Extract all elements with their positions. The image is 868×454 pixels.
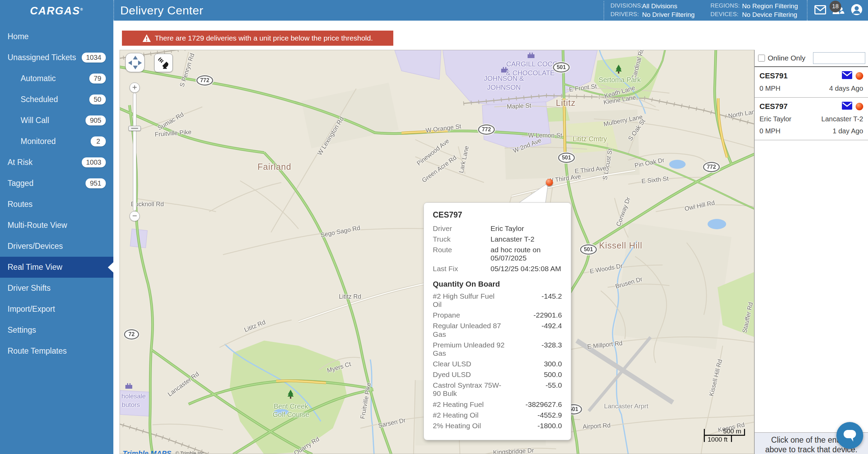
scale-imperial: 1000 ft [708, 436, 728, 443]
map-pan-control[interactable] [125, 53, 145, 72]
sidebar-item-at-risk[interactable]: At Risk1003 [0, 152, 113, 173]
sidebar-item-route-templates[interactable]: Route Templates [0, 341, 113, 362]
popup-qob-row: Clear ULSD300.0 [433, 360, 562, 368]
pan-right-arrow-icon[interactable] [138, 60, 142, 65]
popup-qob-row: #2 Heating Fuel-3829627.6 [433, 400, 562, 409]
sidebar-item-label: Home [8, 32, 29, 41]
online-only-label[interactable]: Online Only [768, 54, 805, 62]
map-label: Lancaster Arprt [604, 402, 649, 410]
sidebar-item-will-call[interactable]: Will Call905 [0, 110, 113, 131]
sidebar-item-label: Unassigned Tickets [8, 53, 76, 62]
online-only-checkbox[interactable] [758, 55, 765, 62]
map-label: JOHNSON [487, 84, 521, 91]
map-label: holesale [122, 392, 146, 400]
route-shield-501: 501 [580, 244, 597, 255]
vehicle-marker-ces797[interactable] [546, 179, 553, 186]
popup-info: DriverEric TaylorTruckLancaster T-2Route… [433, 224, 562, 273]
route-shield-501: 501 [558, 153, 575, 163]
map-label: CARGILL COCO [506, 60, 558, 68]
device-last-fix: 1 day Ago [833, 127, 863, 135]
sidebar-item-label: Settings [8, 325, 36, 335]
filter-value[interactable]: No Driver Filtering [642, 11, 695, 19]
map-label: Lititz [556, 98, 575, 108]
sidebar-item-scheduled[interactable]: Scheduled50 [0, 89, 113, 110]
sidebar-item-monitored[interactable]: Monitored2 [0, 131, 113, 152]
pan-down-arrow-icon[interactable] [133, 66, 138, 69]
filter-column: DIVISIONS:All DivisionsDRIVERS:No Driver… [610, 2, 695, 19]
sidebar-item-multi-route-view[interactable]: Multi-Route View [0, 215, 113, 236]
radar-dish-icon [157, 56, 170, 69]
device-search-input[interactable] [813, 52, 865, 64]
popup-qob-row: 2% Heating Oil-1800.0 [433, 422, 562, 430]
device-row-ces797[interactable]: CES797Eric TaylorLancaster T-20 MPH1 day… [755, 98, 868, 140]
sidebar-item-real-time-view[interactable]: Real Time View [0, 257, 113, 278]
popup-qob-label: #2 Heating Fuel [433, 400, 505, 409]
popup-qob-value: 500.0 [544, 370, 562, 379]
sidebar-item-import-export[interactable]: Import/Export [0, 299, 113, 320]
sidebar-item-label: Monitored [21, 137, 56, 146]
warning-icon [142, 34, 151, 42]
sidebar-item-label: Will Call [21, 116, 49, 125]
device-status-line: 0 MPH1 day Ago [759, 127, 863, 135]
sidebar: CARGAS® HomeUnassigned Tickets1034Automa… [0, 0, 113, 454]
device-row-header: CES797 [759, 102, 863, 111]
map-label: JOHNSON & [484, 75, 524, 82]
popup-qob-label: Castrol Syntrax 75W-90 Bulk [433, 381, 505, 398]
zoom-in-button[interactable]: + [129, 82, 140, 93]
sidebar-item-unassigned-tickets[interactable]: Unassigned Tickets1034 [0, 47, 113, 68]
filter-row: DRIVERS:No Driver Filtering [610, 11, 695, 19]
status-sphere-icon [856, 72, 863, 80]
radar-tracking-button[interactable] [154, 54, 173, 72]
chat-button[interactable] [836, 422, 863, 449]
pan-up-arrow-icon[interactable] [133, 56, 138, 59]
zoom-slider-handle[interactable] [128, 126, 141, 131]
sidebar-item-driver-shifts[interactable]: Driver Shifts [0, 278, 113, 299]
sidebar-item-drivers-devices[interactable]: Drivers/Devices [0, 236, 113, 257]
popup-info-label: Last Fix [433, 265, 491, 273]
route-shield-72: 72 [124, 329, 139, 340]
map-label: Golf Course [273, 411, 309, 419]
device-row-ces791[interactable]: CES7910 MPH4 days Ago [755, 67, 868, 98]
device-truck: Lancaster T-2 [821, 115, 863, 123]
sidebar-item-routes[interactable]: Routes [0, 194, 113, 215]
device-panel-header: Online Only [755, 50, 868, 67]
device-list: CES7910 MPH4 days AgoCES797Eric TaylorLa… [755, 67, 868, 140]
count-badge: 951 [86, 178, 106, 188]
zoom-out-button[interactable]: − [129, 211, 140, 221]
notification-badge: 18 [830, 1, 841, 12]
map-label: Bent Creek [274, 402, 308, 410]
popup-qob-value: -1800.0 [538, 422, 562, 430]
count-badge: 1003 [82, 157, 106, 167]
device-icons [842, 71, 863, 80]
map-label: Airport Rd [583, 422, 611, 430]
popup-qob-label: 2% Heating Oil [433, 422, 505, 430]
count-badge: 50 [89, 95, 106, 104]
map-canvas[interactable]: S Penryn RdSumac RdFruitville PikeBuckno… [120, 50, 754, 454]
device-icons [842, 102, 863, 111]
filter-value[interactable]: No Device Filtering [742, 11, 797, 19]
message-device-icon[interactable] [842, 71, 852, 80]
trimble-maps-logo: Trimble MAPS [123, 449, 171, 454]
tree-icon [615, 65, 622, 75]
popup-qob-value: -328.3 [541, 341, 562, 349]
device-driver-line: Eric TaylorLancaster T-2 [759, 115, 863, 123]
user-account-icon[interactable] [851, 4, 863, 17]
sidebar-item-automatic[interactable]: Automatic79 [0, 68, 113, 89]
message-device-icon[interactable] [842, 102, 852, 111]
sidebar-item-settings[interactable]: Settings [0, 320, 113, 341]
popup-info-row: TruckLancaster T-2 [433, 235, 562, 243]
popup-info-label: Route [433, 246, 491, 262]
price-threshold-alert[interactable]: There are 1729 deliveries with a unit pr… [122, 31, 393, 46]
mail-icon[interactable] [814, 5, 826, 16]
pan-left-arrow-icon[interactable] [128, 60, 132, 65]
tree-icon [287, 390, 294, 400]
device-status-line: 0 MPH4 days Ago [759, 85, 863, 92]
sidebar-item-home[interactable]: Home [0, 26, 113, 47]
filter-value[interactable]: No Region Filtering [742, 2, 798, 10]
map-label: butors [122, 401, 140, 409]
count-badge: 79 [89, 74, 106, 84]
filter-value[interactable]: All Divisions [642, 2, 677, 10]
sidebar-nav: HomeUnassigned Tickets1034Automatic79Sch… [0, 26, 113, 362]
zoom-slider-track[interactable] [133, 93, 136, 211]
sidebar-item-tagged[interactable]: Tagged951 [0, 173, 113, 194]
